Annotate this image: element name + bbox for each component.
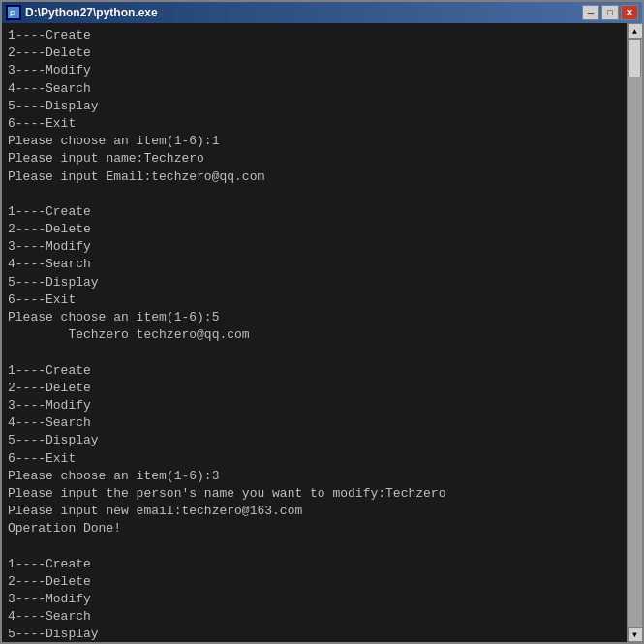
terminal-output: 1----Create 2----Delete 3----Modify 4---… [2,23,627,642]
title-bar-left: P D:\Python27\python.exe [6,5,158,20]
scroll-thumb[interactable] [628,39,641,77]
scroll-up-button[interactable]: ▲ [628,23,643,39]
window-title: D:\Python27\python.exe [25,6,158,19]
svg-text:P: P [10,9,15,18]
scroll-down-button[interactable]: ▼ [628,627,643,642]
main-window: P D:\Python27\python.exe ─ □ ✕ 1----Crea… [0,0,644,644]
vertical-scrollbar[interactable]: ▲ ▼ [627,23,642,642]
minimize-button[interactable]: ─ [582,5,599,20]
title-bar: P D:\Python27\python.exe ─ □ ✕ [2,2,642,23]
scroll-track [628,39,642,627]
maximize-button[interactable]: □ [601,5,619,20]
app-icon: P [6,5,21,20]
title-buttons: ─ □ ✕ [582,5,638,20]
close-button[interactable]: ✕ [621,5,638,20]
content-area: 1----Create 2----Delete 3----Modify 4---… [2,23,642,642]
